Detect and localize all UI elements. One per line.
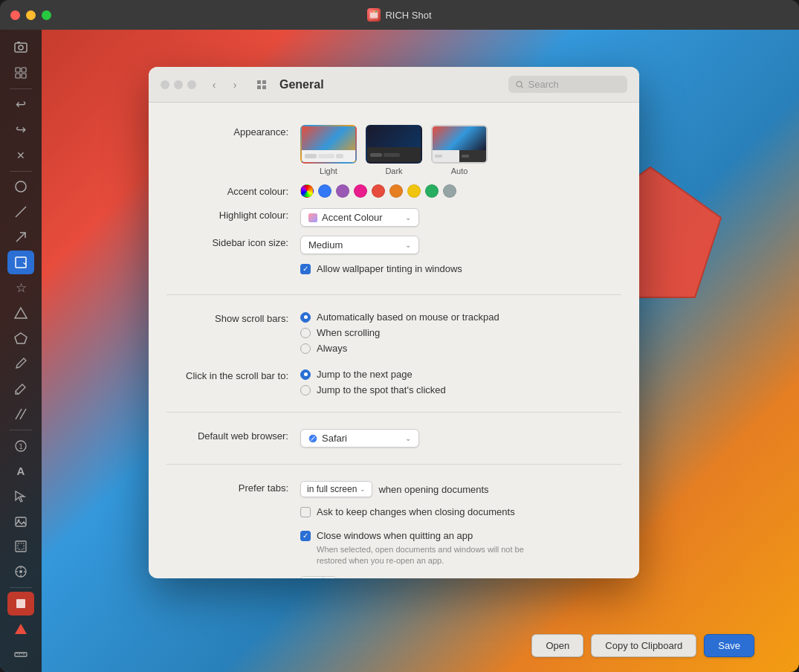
close-windows-checkbox[interactable] xyxy=(300,531,311,541)
redo-tool[interactable]: ↪ xyxy=(7,118,34,142)
ruler-tool[interactable] xyxy=(7,642,34,666)
appearance-auto[interactable]: Auto xyxy=(431,125,488,175)
toolbar-divider-4 xyxy=(10,587,32,588)
ask-keep-changes-control: Ask to keep changes when closing documen… xyxy=(300,506,621,517)
titlebar: RICH Shot xyxy=(0,0,799,30)
pentagon-tool[interactable] xyxy=(7,326,34,350)
svg-rect-27 xyxy=(16,541,26,552)
dark-thumb xyxy=(366,125,422,164)
stepper-arrows: ▲ ▼ xyxy=(323,577,336,578)
panel-grid-button[interactable] xyxy=(253,76,271,94)
nav-forward-button[interactable]: › xyxy=(226,76,244,94)
highlight-colour-dropdown[interactable]: Accent Colour ⌄ xyxy=(300,208,419,227)
wheel-tool[interactable] xyxy=(7,560,34,584)
swatch-red[interactable] xyxy=(372,184,385,198)
swatch-yellow[interactable] xyxy=(407,184,421,198)
swatch-blue[interactable] xyxy=(318,184,331,198)
close-windows-group: Close windows when quitting an app When … xyxy=(300,530,553,567)
click-spot-option[interactable]: Jump to the spot that's clicked xyxy=(300,384,446,395)
swatch-pink[interactable] xyxy=(354,184,367,198)
triangle-tool[interactable] xyxy=(7,301,34,325)
circle-tool[interactable] xyxy=(7,175,34,198)
copy-to-clipboard-button[interactable]: Copy to Clipboard xyxy=(591,634,696,657)
default-browser-value: Safari xyxy=(322,433,347,444)
frame-tool[interactable] xyxy=(7,534,34,558)
arrow-tool[interactable] xyxy=(7,225,34,249)
panel-dots xyxy=(161,80,196,89)
light-label: Light xyxy=(320,167,337,175)
default-browser-dropdown[interactable]: Safari ⌄ xyxy=(300,429,419,448)
click-scroll-radio-group: Jump to the next page Jump to the spot t… xyxy=(300,369,446,395)
search-input[interactable] xyxy=(528,79,620,90)
accent-dot-icon xyxy=(308,213,317,222)
maximize-button[interactable] xyxy=(42,10,51,20)
image-tool[interactable] xyxy=(7,510,34,534)
panel-dot-2 xyxy=(174,80,183,89)
click-next-page-option[interactable]: Jump to the next page xyxy=(300,369,446,380)
star-tool[interactable]: ☆ xyxy=(7,276,34,300)
grid-tool[interactable] xyxy=(7,61,34,85)
prefer-tabs-dropdown[interactable]: in full screen ⌄ xyxy=(300,481,372,497)
svg-rect-28 xyxy=(18,543,24,549)
ask-keep-changes-row: Ask to keep changes when closing documen… xyxy=(149,502,639,526)
nav-back-button[interactable]: ‹ xyxy=(205,76,223,94)
ask-keep-changes-label xyxy=(166,506,300,508)
svg-point-3 xyxy=(373,11,375,13)
scroll-always-radio[interactable] xyxy=(300,343,311,354)
svg-rect-37 xyxy=(15,653,27,656)
scroll-auto-radio[interactable] xyxy=(300,312,311,323)
red-rect-tool[interactable] xyxy=(7,592,34,616)
swatch-graphite[interactable] xyxy=(443,184,456,198)
stepper-up[interactable]: ▲ xyxy=(323,577,336,578)
click-spot-radio[interactable] xyxy=(300,385,311,395)
app-icon xyxy=(367,8,381,22)
prefer-tabs-label: Prefer tabs: xyxy=(166,481,300,494)
ask-keep-changes-checkbox-row: Ask to keep changes when closing documen… xyxy=(300,506,515,517)
brush-tool[interactable] xyxy=(7,352,34,375)
red-triangle-tool[interactable] xyxy=(7,617,34,641)
skew-tool[interactable] xyxy=(7,402,34,426)
divider-3 xyxy=(166,464,621,465)
minimize-button[interactable] xyxy=(26,10,36,20)
rect-tool[interactable] xyxy=(7,251,34,274)
swatch-orange[interactable] xyxy=(389,184,403,198)
text-tool[interactable]: A xyxy=(7,459,34,483)
click-next-page-radio[interactable] xyxy=(300,369,311,380)
scroll-when-scrolling-option[interactable]: When scrolling xyxy=(300,327,499,338)
panel-search-bar[interactable] xyxy=(508,76,627,93)
svg-point-30 xyxy=(19,570,22,573)
sidebar-icon-size-dropdown[interactable]: Medium ⌄ xyxy=(300,236,419,254)
close-windows-text: Close windows when quitting an app xyxy=(317,530,473,541)
color-swatches xyxy=(300,184,456,198)
number-tool[interactable]: 1 xyxy=(7,434,34,458)
close-button[interactable] xyxy=(10,10,20,20)
appearance-light[interactable]: Light xyxy=(300,125,357,175)
swatch-purple[interactable] xyxy=(336,184,349,198)
scroll-auto-option[interactable]: Automatically based on mouse or trackpad xyxy=(300,311,499,323)
sidebar-icon-size-label: Sidebar icon size: xyxy=(166,236,300,248)
window-controls xyxy=(10,10,51,20)
accent-colour-control xyxy=(300,184,621,198)
recent-items-stepper[interactable]: 5 ▲ ▼ xyxy=(300,576,337,578)
open-button[interactable]: Open xyxy=(531,634,583,657)
undo-tool[interactable]: ↩ xyxy=(7,93,34,117)
scroll-always-option[interactable]: Always xyxy=(300,343,499,354)
cursor-tool[interactable] xyxy=(7,485,34,508)
toolbar-divider-2 xyxy=(10,171,32,172)
close-tool[interactable]: ✕ xyxy=(7,143,34,167)
swatch-multicolor[interactable] xyxy=(300,184,314,198)
scroll-when-radio[interactable] xyxy=(300,328,311,338)
svg-rect-10 xyxy=(22,68,26,72)
screenshot-tool[interactable] xyxy=(7,36,34,59)
svg-marker-17 xyxy=(15,308,27,318)
ask-keep-changes-checkbox[interactable] xyxy=(300,507,311,517)
save-button[interactable]: Save xyxy=(704,634,754,657)
highlight-colour-value: Accent Colour xyxy=(322,212,383,223)
line-tool[interactable] xyxy=(7,200,34,224)
swatch-green[interactable] xyxy=(425,184,439,198)
show-scroll-bars-control: Automatically based on mouse or trackpad… xyxy=(300,311,621,354)
svg-rect-45 xyxy=(262,85,266,89)
pencil-tool[interactable] xyxy=(7,377,34,401)
wallpaper-tinting-checkbox[interactable] xyxy=(300,264,311,274)
appearance-dark[interactable]: Dark xyxy=(366,125,422,175)
